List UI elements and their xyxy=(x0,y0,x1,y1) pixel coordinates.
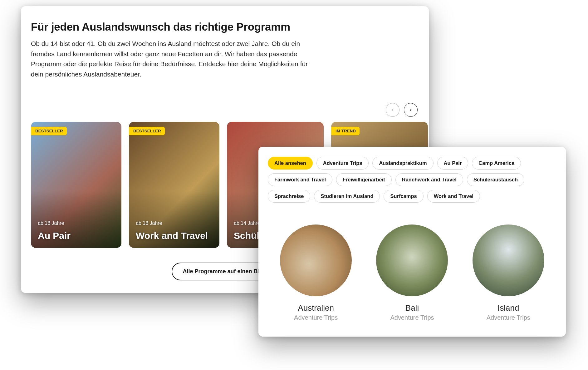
filter-chip[interactable]: Au Pair xyxy=(437,157,468,170)
filter-chip[interactable]: Camp America xyxy=(472,157,521,170)
program-age: ab 18 Jahre xyxy=(136,220,162,226)
destinations-panel: Alle ansehenAdventure TripsAuslandsprakt… xyxy=(258,147,566,337)
destination-thumb xyxy=(473,224,544,296)
filter-chip[interactable]: Farmwork and Travel xyxy=(268,173,332,186)
destination-category: Adventure Trips xyxy=(376,314,448,321)
filter-chip[interactable]: Freiwilligenarbeit xyxy=(336,173,392,186)
destination-name: Bali xyxy=(376,303,448,313)
filter-chip[interactable]: Sprachreise xyxy=(268,190,310,203)
filter-chip[interactable]: Work and Travel xyxy=(427,190,480,203)
destinations-row: Australien Adventure Trips Bali Adventur… xyxy=(268,224,556,321)
filter-chip[interactable]: Schüleraustausch xyxy=(467,173,524,186)
program-badge: BESTSELLER xyxy=(129,127,165,135)
destination-australien[interactable]: Australien Adventure Trips xyxy=(280,224,352,321)
filter-chip[interactable]: Adventure Trips xyxy=(316,157,369,170)
filter-chip[interactable]: Surfcamps xyxy=(384,190,423,203)
program-age: ab 14 Jahre xyxy=(234,220,260,226)
programs-heading: Für jeden Auslandswunsch das richtige Pr… xyxy=(31,21,419,33)
destination-island[interactable]: Island Adventure Trips xyxy=(473,224,544,321)
destination-name: Australien xyxy=(280,303,352,313)
carousel-next-button[interactable] xyxy=(404,103,418,117)
destination-category: Adventure Trips xyxy=(473,314,544,321)
destination-thumb xyxy=(376,224,448,296)
filter-chip[interactable]: Studieren im Ausland xyxy=(314,190,380,203)
destination-thumb xyxy=(280,224,352,296)
programs-intro: Ob du 14 bist oder 41. Ob du zwei Wochen… xyxy=(31,39,312,79)
chevron-right-icon xyxy=(409,108,413,112)
program-title: Au Pair xyxy=(38,230,118,241)
filter-chip-row: Alle ansehenAdventure TripsAuslandsprakt… xyxy=(268,157,556,203)
program-badge: IM TREND xyxy=(331,127,360,135)
filter-chip[interactable]: Ranchwork and Travel xyxy=(395,173,463,186)
destination-category: Adventure Trips xyxy=(280,314,352,321)
destination-bali[interactable]: Bali Adventure Trips xyxy=(376,224,448,321)
program-title: Work and Travel xyxy=(136,230,216,241)
program-card-work-and-travel[interactable]: BESTSELLER ab 18 Jahre Work and Travel xyxy=(129,122,219,248)
carousel-nav xyxy=(386,103,418,117)
program-age: ab 18 Jahre xyxy=(38,220,64,226)
program-badge: BESTSELLER xyxy=(31,127,67,135)
carousel-prev-button[interactable] xyxy=(386,103,399,117)
filter-chip[interactable]: Alle ansehen xyxy=(268,157,313,170)
destination-name: Island xyxy=(473,303,544,313)
filter-chip[interactable]: Auslandspraktikum xyxy=(372,157,433,170)
chevron-left-icon xyxy=(390,108,395,112)
program-card-au-pair[interactable]: BESTSELLER ab 18 Jahre Au Pair xyxy=(31,122,121,248)
